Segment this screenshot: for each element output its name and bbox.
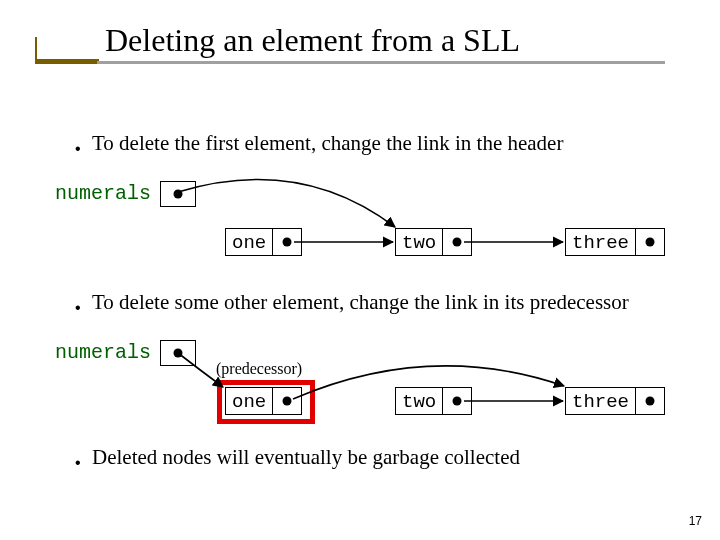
header-box-1 [160,181,196,207]
pointer-dot [646,397,655,406]
node-pointer-cell [443,388,471,414]
pointer-dot [174,190,183,199]
predecessor-label: (predecessor) [216,360,302,378]
node-label: three [566,388,636,414]
title-underline [35,61,665,64]
bullet-delete-other: To delete some other element, change the… [92,290,629,315]
node-one-d1: one [225,228,302,256]
node-pointer-cell [273,229,301,255]
title-decoration [35,37,99,61]
node-one-d2: one [225,387,302,415]
bullet-garbage: Deleted nodes will eventually be garbage… [92,445,520,470]
node-pointer-cell [636,388,664,414]
node-two-d1: two [395,228,472,256]
page-number: 17 [689,514,702,528]
node-label: two [396,388,443,414]
node-pointer-cell [443,229,471,255]
node-pointer-cell [636,229,664,255]
pointer-dot [453,397,462,406]
list-name-label-2: numerals [55,341,151,364]
pointer-dot [646,238,655,247]
node-label: three [566,229,636,255]
pointer-dot [283,397,292,406]
list-name-label-1: numerals [55,182,151,205]
pointer-dot [453,238,462,247]
node-three-d2: three [565,387,665,415]
bullet-delete-first: To delete the first element, change the … [92,131,563,156]
node-two-d2: two [395,387,472,415]
node-label: one [226,388,273,414]
header-box-2 [160,340,196,366]
pointer-dot [174,349,183,358]
slide-title: Deleting an element from a SLL [105,22,520,59]
pointer-dot [283,238,292,247]
node-label: one [226,229,273,255]
node-pointer-cell [273,388,301,414]
bullet-marker: • [75,299,81,317]
bullet-marker: • [75,454,81,472]
node-label: two [396,229,443,255]
node-three-d1: three [565,228,665,256]
bullet-marker: • [75,140,81,158]
